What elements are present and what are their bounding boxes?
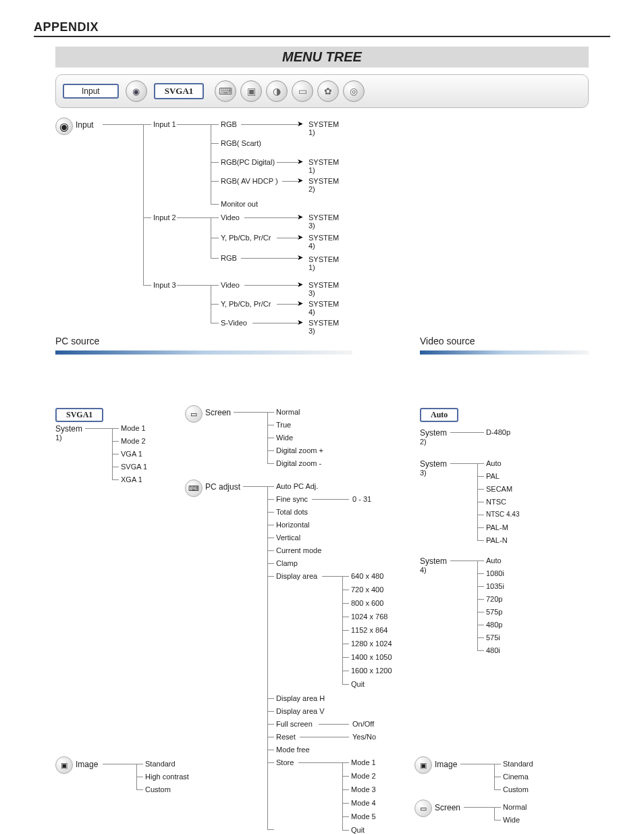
input-tree: ◉ Input Input 1 RGB ➤ SYSTEM1) RGB( Scar…	[55, 116, 589, 400]
v4d: 720p	[486, 595, 502, 603]
lower-tree: SVGA1 System 1) Mode 1 Mode 2 VGA 1 SVGA…	[55, 408, 589, 834]
i2b: Y, Pb/Cb, Pr/Cr	[221, 234, 271, 242]
img2: High contrast	[145, 773, 189, 781]
v4g: 575i	[486, 633, 500, 642]
p3: Total dots	[276, 508, 308, 516]
v3a: Auto	[486, 459, 502, 467]
p14: Store	[276, 758, 294, 766]
m2: Mode 2	[121, 437, 146, 445]
d8: 1600 x 1200	[351, 667, 392, 675]
i3a: Video	[221, 281, 240, 289]
v3c: SECAM	[486, 485, 512, 493]
p4: Horizontal	[276, 521, 310, 529]
sysn: 4)	[308, 308, 315, 316]
vimg3: Custom	[503, 785, 529, 793]
image-icon: ▣	[240, 80, 262, 102]
p11: Full screen	[276, 720, 313, 728]
image-label: Image	[76, 760, 98, 769]
pcadj-label: PC adjust	[205, 482, 240, 492]
setting-icon: ✿	[317, 80, 339, 102]
img3: Custom	[145, 785, 171, 793]
screen-icon: ▭	[414, 800, 432, 817]
vimg2: Cinema	[503, 773, 529, 781]
vscreen-label: Screen	[435, 803, 460, 812]
menu-tree-title: MENU TREE	[55, 47, 589, 68]
image-icon: ▣	[55, 756, 73, 774]
input-chip: Input	[63, 84, 119, 99]
v3b: PAL	[486, 472, 500, 480]
sys: SYSTEM	[308, 255, 339, 263]
sc5: Digital zoom -	[276, 459, 321, 467]
i3b: Y, Pb/Cb, Pr/Cr	[221, 300, 271, 308]
p2r: 0 - 31	[352, 495, 371, 503]
i1e: Monitor out	[221, 200, 258, 208]
sc3: Wide	[276, 434, 293, 442]
arrow-icon: ➤	[297, 253, 303, 262]
p8: Display area	[276, 572, 317, 580]
sys: SYSTEM	[308, 158, 339, 166]
p7: Clamp	[276, 559, 298, 567]
sys: SYSTEM	[308, 281, 339, 289]
p12r: Yes/No	[352, 733, 376, 741]
sys: SYSTEM	[308, 177, 339, 185]
st1: Mode 1	[351, 758, 376, 766]
input1: Input 1	[153, 120, 176, 128]
p6: Current mode	[276, 546, 321, 554]
v3f: PAL-M	[486, 523, 508, 531]
input-icon: ◉	[126, 80, 147, 102]
sysn: 3)	[308, 221, 315, 230]
image-adjust-icon: ◑	[266, 80, 288, 102]
v4a: Auto	[486, 556, 502, 565]
screen-icon: ▭	[292, 80, 313, 102]
sc4: Digital zoom +	[276, 446, 323, 454]
input2: Input 2	[153, 213, 176, 221]
i2c: RGB	[221, 254, 237, 262]
p13: Mode free	[276, 746, 310, 754]
vimage-label: Image	[435, 760, 457, 769]
sys: SYSTEM	[308, 213, 339, 221]
menu-capsule: Input ◉ SVGA1 ⌨ ▣ ◑ ▭ ✿ ◎	[55, 74, 589, 108]
st4: Mode 4	[351, 799, 376, 807]
i1b: RGB( Scart)	[221, 139, 261, 147]
pcadj-icon: ⌨	[185, 479, 203, 497]
svga-badge-small: SVGA1	[55, 408, 103, 422]
pc-source-heading: PC source	[55, 336, 99, 346]
input-root: Input	[76, 120, 94, 130]
sysn: 1)	[308, 166, 315, 174]
d7: 1400 x 1050	[351, 653, 392, 661]
input3: Input 3	[153, 281, 176, 289]
sc1: Normal	[276, 408, 300, 416]
sysn: 1)	[308, 263, 315, 271]
arrow-icon: ➤	[297, 318, 303, 327]
vs2: D-480p	[486, 428, 510, 436]
p9: Display area H	[276, 694, 325, 702]
st5: Mode 5	[351, 812, 376, 820]
sysn: 1)	[308, 128, 315, 136]
p1: Auto PC Adj.	[276, 482, 318, 490]
img1: Standard	[145, 760, 176, 768]
v4e: 575p	[486, 608, 502, 616]
i1c: RGB(PC Digital)	[221, 158, 275, 166]
v4h: 480i	[486, 646, 500, 654]
d5: 1152 x 864	[351, 626, 387, 634]
v4f: 480p	[486, 621, 502, 629]
sys2n: 2)	[420, 438, 427, 446]
p2: Fine sync	[276, 495, 308, 503]
sys: SYSTEM	[308, 300, 339, 308]
d9: Quit	[351, 680, 365, 688]
system-label: System	[55, 424, 82, 434]
sys: SYSTEM	[308, 234, 339, 242]
sys: SYSTEM	[308, 120, 339, 128]
appendix-heading: APPENDIX	[34, 20, 610, 34]
d6: 1280 x 1024	[351, 640, 392, 648]
grad-bar	[420, 350, 589, 355]
m1: Mode 1	[121, 424, 146, 432]
sysn: 2)	[308, 185, 315, 193]
vscr1: Normal	[503, 803, 527, 811]
arrow-icon: ➤	[297, 280, 303, 289]
grad-bar	[55, 350, 352, 355]
d1: 640 x 480	[351, 572, 383, 580]
auto-badge: Auto	[420, 408, 458, 422]
i3c: S-Video	[221, 319, 247, 327]
screen-label: Screen	[205, 408, 231, 417]
